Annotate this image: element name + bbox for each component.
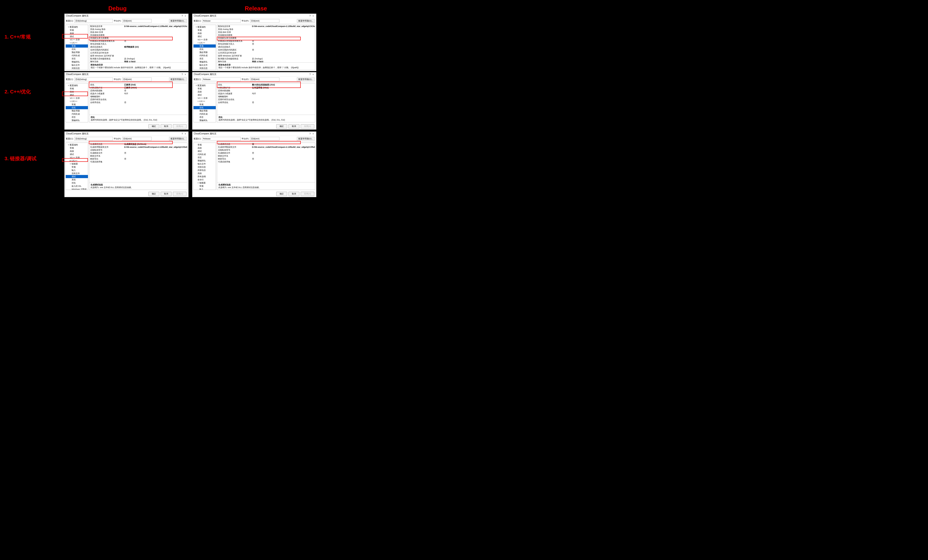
- prop-value[interactable]: 等级 3 (/W3): [251, 60, 315, 62]
- tree-item[interactable]: 代码生成: [194, 112, 216, 116]
- prop-value[interactable]: 否: [251, 157, 315, 160]
- property-row[interactable]: 其他 BMI 目录: [89, 31, 187, 34]
- property-row[interactable]: 生成映射文件否: [217, 152, 315, 154]
- tree-item[interactable]: 常规: [194, 87, 216, 90]
- prop-value[interactable]: 程序数据库 (/Zi): [123, 46, 187, 49]
- prop-value[interactable]: [123, 154, 187, 157]
- config-manager-button[interactable]: 配置管理器(O)...: [169, 137, 187, 140]
- property-row[interactable]: 内联函数扩展已禁用 (/Ob0): [89, 86, 187, 89]
- cancel-button[interactable]: 取消: [288, 124, 299, 128]
- property-row[interactable]: 取消显示启动版权标志是 (/nologo): [89, 57, 187, 60]
- prop-value[interactable]: 均不: [123, 92, 187, 95]
- property-row[interactable]: 生成程序数据库文件D:/06-source_code/CloudCompare-…: [217, 146, 315, 149]
- tree-item[interactable]: 输出文件: [66, 122, 88, 122]
- tree-item[interactable]: 调试: [66, 175, 88, 178]
- tree-item[interactable]: VC++ 目录: [66, 38, 88, 41]
- platform-select[interactable]: 活动(x64): [122, 78, 152, 81]
- ok-button[interactable]: 确定: [276, 192, 287, 196]
- prop-value[interactable]: D:\06-source_code\CloudCompare-2.13\buil…: [123, 25, 187, 28]
- property-row[interactable]: 附加包含目录D:\06-source_code\CloudCompare-2.1…: [217, 25, 315, 28]
- config-select[interactable]: 活动(Debug): [74, 137, 113, 140]
- tree-root[interactable]: ▿ 配置属性: [66, 143, 88, 146]
- prop-value[interactable]: [123, 49, 187, 52]
- property-row[interactable]: 使用 Windows 运行时扩展: [217, 54, 315, 57]
- config-select[interactable]: 活动(Debug): [74, 19, 113, 23]
- property-row[interactable]: 其他标头单元依赖项: [217, 37, 315, 40]
- tree-item[interactable]: 系统: [66, 178, 88, 181]
- property-row[interactable]: 调试信息格式: [217, 46, 315, 49]
- tree-item[interactable]: 语言: [194, 156, 216, 159]
- property-row[interactable]: 生成映射文件否: [89, 152, 187, 154]
- prop-value[interactable]: D:/06-source_code/CloudCompare-2.13/buil…: [251, 146, 315, 149]
- property-row[interactable]: 可调试程序集: [217, 160, 315, 163]
- apply-button[interactable]: 应用(A): [301, 124, 314, 128]
- help-button[interactable]: ?: [181, 15, 184, 17]
- config-manager-button[interactable]: 配置管理器(O)...: [297, 137, 315, 140]
- prop-value[interactable]: [251, 52, 315, 54]
- prop-value[interactable]: 否: [251, 40, 315, 43]
- property-row[interactable]: 优选大小或速度均不: [89, 92, 187, 95]
- prop-value[interactable]: [251, 154, 315, 157]
- prop-value[interactable]: 否: [123, 157, 187, 160]
- property-row[interactable]: 使用 Windows 运行时扩展: [89, 54, 187, 57]
- property-list[interactable]: 生成调试信息生成调试信息 (/DEBUG)生成程序数据库文件D:/06-sour…: [89, 143, 187, 182]
- close-button[interactable]: ×: [184, 15, 187, 17]
- prop-value[interactable]: [123, 52, 187, 54]
- apply-button[interactable]: 应用(A): [301, 192, 314, 196]
- property-row[interactable]: 公共语言运行时支持: [217, 52, 315, 54]
- prop-value[interactable]: [251, 28, 315, 31]
- prop-value[interactable]: [251, 31, 315, 34]
- tree-item[interactable]: 调试: [194, 93, 216, 96]
- help-button[interactable]: ?: [308, 15, 311, 17]
- tree-item[interactable]: VC++ 目录: [194, 38, 216, 41]
- prop-value[interactable]: D:\06-source_code\CloudCompare-2.13\buil…: [251, 25, 315, 28]
- tree-item[interactable]: 预处理器: [194, 109, 216, 112]
- tree-item[interactable]: 常规: [194, 44, 216, 47]
- ok-button[interactable]: 确定: [276, 124, 287, 128]
- tree-item[interactable]: 代码生成: [194, 54, 216, 57]
- config-manager-button[interactable]: 配置管理器(O)...: [169, 78, 187, 81]
- tree-item[interactable]: 语言: [194, 116, 216, 119]
- tree-item[interactable]: 预编译头: [66, 60, 88, 63]
- prop-value[interactable]: [251, 89, 315, 92]
- prop-value[interactable]: 任何适用项 (/Ob2): [251, 86, 315, 89]
- property-row[interactable]: 将包含转换为导入: [89, 43, 187, 46]
- tree-item[interactable]: 常规: [66, 165, 88, 169]
- apply-button[interactable]: 应用(A): [173, 124, 186, 128]
- tree-item[interactable]: 优化: [66, 47, 88, 51]
- property-tree[interactable]: ▿ 配置属性常规高级调试VC++ 目录▿ C/C++常规优化预处理器代码生成语言…: [66, 83, 88, 122]
- property-row[interactable]: 附加包含目录D:\06-source_code\CloudCompare-2.1…: [89, 25, 187, 28]
- tree-root[interactable]: ▿ 配置属性: [66, 84, 88, 87]
- property-row[interactable]: 其他 #using 指令: [89, 28, 187, 31]
- prop-value[interactable]: 最大优化(优选速度) (/O2): [251, 83, 315, 86]
- config-select[interactable]: Release: [202, 137, 241, 140]
- platform-select[interactable]: 活动(x64): [122, 19, 152, 23]
- tree-item[interactable]: 输入: [194, 188, 216, 190]
- tree-item[interactable]: 常规: [194, 103, 216, 106]
- tree-item[interactable]: 语言: [66, 116, 88, 119]
- property-row[interactable]: 可调试程序集: [89, 160, 187, 163]
- tree-item[interactable]: 语言: [66, 57, 88, 60]
- tree-item[interactable]: 常规: [194, 143, 216, 146]
- property-row[interactable]: 优化最大优化(优选速度) (/O2): [217, 83, 315, 86]
- prop-value[interactable]: [123, 54, 187, 57]
- config-manager-button[interactable]: 配置管理器(O)...: [169, 19, 187, 23]
- property-row[interactable]: 将包含转换为导入否: [217, 43, 315, 46]
- property-row[interactable]: 启用内部函数: [217, 89, 315, 92]
- prop-value[interactable]: [123, 37, 187, 40]
- prop-value[interactable]: 否: [251, 101, 315, 104]
- tree-item[interactable]: 浏览信息: [194, 67, 216, 70]
- config-select[interactable]: 活动(Debug): [74, 78, 113, 81]
- tree-item[interactable]: 常规: [66, 29, 88, 32]
- tree-item[interactable]: VC++ 目录: [66, 96, 88, 100]
- help-button[interactable]: ?: [308, 133, 311, 135]
- property-row[interactable]: 警告等级等级 3 (/W3): [89, 60, 187, 62]
- close-button[interactable]: ×: [184, 73, 187, 76]
- property-list[interactable]: 附加包含目录D:\06-source_code\CloudCompare-2.1…: [89, 25, 187, 62]
- tree-item[interactable]: 预编译头: [194, 119, 216, 122]
- cancel-button[interactable]: 取消: [288, 192, 299, 196]
- cancel-button[interactable]: 取消: [161, 124, 171, 128]
- prop-value[interactable]: 否: [251, 152, 315, 154]
- tree-item[interactable]: 优化: [66, 106, 88, 109]
- prop-value[interactable]: 是 (/nologo): [251, 57, 315, 60]
